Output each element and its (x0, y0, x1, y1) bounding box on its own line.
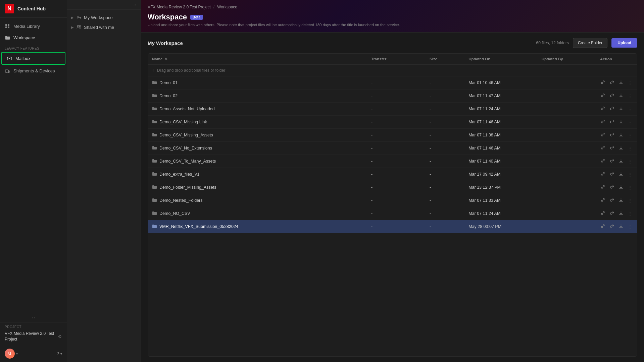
download-icon[interactable] (618, 210, 624, 217)
folder-name[interactable]: Demo_NO_CSV (159, 211, 190, 216)
folder-name[interactable]: VMR_Netflix_VFX_Submission_05282024 (159, 224, 238, 229)
workspace-actions: 60 files, 12 folders Create Folder Uploa… (536, 38, 637, 48)
table-row[interactable]: Demo_NO_CSV - - Mar 07 11:24 AM (148, 207, 637, 220)
folder-name[interactable]: Demo_Folder_Missing_Assets (159, 185, 216, 190)
share-icon[interactable] (609, 119, 615, 125)
link-icon[interactable] (600, 184, 606, 191)
sidebar-collapse-button[interactable]: ↔ (0, 313, 67, 322)
link-icon[interactable] (600, 158, 606, 165)
share-icon[interactable] (609, 106, 615, 112)
folder-name[interactable]: Demo_CSV_Missing Link (159, 120, 207, 124)
more-icon[interactable]: ⋮ (627, 184, 633, 191)
table-row[interactable]: Demo_Assets_Not_Uploaded - - Mar 07 11:2… (148, 103, 637, 116)
table-cell-size: - (426, 194, 464, 207)
folder-name[interactable]: Demo_02 (159, 94, 178, 98)
share-icon[interactable] (609, 210, 615, 217)
download-icon[interactable] (618, 79, 624, 86)
folder-name[interactable]: Demo_Nested_Folders (159, 198, 203, 203)
share-icon[interactable] (609, 158, 615, 165)
table-row[interactable]: Demo_Nested_Folders - - Mar 07 11:33 AM (148, 194, 637, 207)
table-row[interactable]: Demo_CSV_To_Many_Assets - - Mar 07 11:40… (148, 155, 637, 168)
more-icon[interactable]: ⋮ (627, 80, 633, 86)
download-icon[interactable] (618, 145, 624, 152)
more-icon[interactable]: ⋮ (627, 158, 633, 165)
create-folder-button[interactable]: Create Folder (573, 38, 607, 48)
table-row[interactable]: Demo_CSV_Missing_Assets - - Mar 07 11:38… (148, 129, 637, 142)
link-icon[interactable] (600, 119, 606, 125)
folder-name[interactable]: Demo_01 (159, 80, 178, 85)
filetree-item-label: Shared with me (84, 25, 114, 30)
sidebar-item-shipments[interactable]: Shipments & Devices (0, 65, 67, 76)
table-row[interactable]: Demo_extra_files_V1 - - Mar 17 09:42 AM (148, 168, 637, 181)
upload-button[interactable]: Upload (611, 38, 637, 48)
share-icon[interactable] (609, 145, 615, 152)
user-avatar-row[interactable]: U ▾ (5, 349, 18, 359)
table-row[interactable]: Demo_01 - - Mar 01 10:46 AM (148, 76, 637, 89)
link-icon[interactable] (600, 132, 606, 138)
download-icon[interactable] (618, 132, 624, 138)
folder-name[interactable]: Demo_Assets_Not_Uploaded (159, 107, 215, 111)
col-header-name[interactable]: Name ⇅ (148, 54, 367, 65)
table-row[interactable]: Demo_Folder_Missing_Assets - - Mar 13 12… (148, 181, 637, 194)
more-icon[interactable]: ⋮ (627, 145, 633, 152)
folder-name[interactable]: Demo_extra_files_V1 (159, 172, 200, 177)
link-icon[interactable] (600, 171, 606, 178)
table-cell-name: Demo_CSV_To_Many_Assets (148, 155, 367, 168)
more-icon[interactable]: ⋮ (627, 132, 633, 138)
folder-name[interactable]: Demo_CSV_To_Many_Assets (159, 159, 216, 164)
folder-name[interactable]: Demo_CSV_Missing_Assets (159, 133, 213, 137)
share-icon[interactable] (609, 132, 615, 138)
table-cell-transfer: - (367, 168, 426, 181)
table-cell-transfer: - (367, 181, 426, 194)
settings-icon[interactable]: ⚙ (58, 334, 62, 339)
more-icon[interactable]: ⋮ (627, 210, 633, 217)
link-icon[interactable] (600, 145, 606, 152)
sidebar-item-mailbox[interactable]: Mailbox (1, 52, 65, 65)
table-row[interactable]: VMR_Netflix_VFX_Submission_05282024 - - … (148, 220, 637, 233)
download-icon[interactable] (618, 119, 624, 125)
link-icon[interactable] (600, 210, 606, 217)
breadcrumb-project[interactable]: VFX Media Review 2.0 Test Project (148, 5, 211, 9)
sidebar-item-media-library[interactable]: Media Library (0, 20, 67, 32)
filetree-item-shared-with-me[interactable]: ▶ Shared with me (67, 22, 141, 32)
share-icon[interactable] (609, 93, 615, 99)
more-icon[interactable]: ⋮ (627, 197, 633, 204)
download-icon[interactable] (618, 184, 624, 191)
filetree-item-my-workspace[interactable]: ▶ 🗁 My Workspace (67, 12, 141, 22)
download-icon[interactable] (618, 171, 624, 178)
upload-hint-row[interactable]: ↑ Drag and drop additional files or fold… (148, 65, 637, 76)
sidebar-item-workspace[interactable]: Workspace (0, 32, 67, 43)
project-name: VFX Media Review 2.0 Test Project (5, 331, 58, 342)
more-icon[interactable]: ⋮ (627, 224, 633, 230)
share-icon[interactable] (609, 197, 615, 204)
table-cell-transfer: - (367, 89, 426, 103)
download-icon[interactable] (618, 93, 624, 99)
download-icon[interactable] (618, 223, 624, 230)
more-icon[interactable]: ⋮ (627, 93, 633, 99)
share-icon[interactable] (609, 171, 615, 178)
table-cell-size: - (426, 155, 464, 168)
link-icon[interactable] (600, 79, 606, 86)
table-cell-size: - (426, 142, 464, 155)
more-icon[interactable]: ⋮ (627, 106, 633, 112)
table-row[interactable]: Demo_CSV_Missing Link - - Mar 07 11:46 A… (148, 116, 637, 129)
user-section: U ▾ ? ▾ (0, 345, 67, 362)
link-icon[interactable] (600, 93, 606, 99)
link-icon[interactable] (600, 106, 606, 112)
more-icon[interactable]: ⋮ (627, 171, 633, 178)
share-icon[interactable] (609, 79, 615, 86)
table-row[interactable]: Demo_CSV_No_Extensions - - Mar 07 11:46 … (148, 142, 637, 155)
download-icon[interactable] (618, 158, 624, 165)
folder-name[interactable]: Demo_CSV_No_Extensions (159, 146, 212, 150)
link-icon[interactable] (600, 223, 606, 230)
shipments-icon (5, 68, 10, 73)
more-icon[interactable]: ⋮ (627, 119, 633, 125)
help-row[interactable]: ? ▾ (56, 351, 62, 356)
link-icon[interactable] (600, 197, 606, 204)
share-icon[interactable] (609, 223, 615, 230)
download-icon[interactable] (618, 197, 624, 204)
download-icon[interactable] (618, 106, 624, 112)
filetree-collapse-button[interactable]: ↔ (133, 2, 137, 7)
share-icon[interactable] (609, 184, 615, 191)
table-row[interactable]: Demo_02 - - Mar 07 11:47 AM (148, 89, 637, 103)
